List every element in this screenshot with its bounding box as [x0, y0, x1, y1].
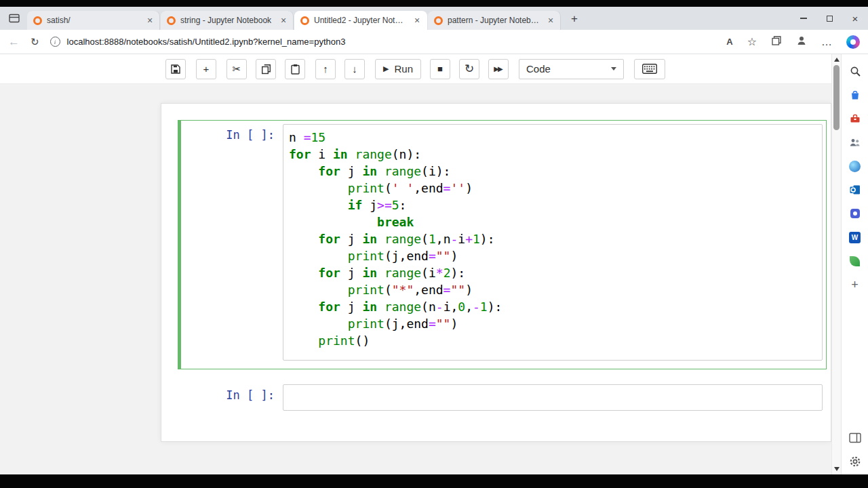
move-cell-up-button[interactable]: ↑: [315, 59, 336, 79]
cell-type-select[interactable]: Code: [519, 59, 624, 79]
sidebar-settings-button[interactable]: [847, 454, 863, 469]
input-prompt: In [ ]:: [181, 124, 283, 361]
tab-close-icon[interactable]: ×: [144, 15, 155, 26]
browser-tab-satish[interactable]: satish/ ×: [27, 11, 160, 30]
leaf-icon: [850, 256, 860, 266]
code-line: print("*",end=""): [289, 281, 816, 298]
code-line: print(' ',end=''): [289, 180, 816, 197]
paste-icon: [290, 64, 300, 75]
move-cell-down-button[interactable]: ↓: [344, 59, 365, 79]
scroll-down-arrow[interactable]: [834, 467, 840, 471]
code-line: if j>=5:: [289, 197, 816, 214]
sidebar-plant-button[interactable]: [847, 253, 863, 268]
url-text[interactable]: localhost:8888/notebooks/satish/Untitled…: [67, 37, 346, 47]
tab-title: pattern - Jupyter Notebook: [448, 16, 540, 25]
people-icon: [849, 136, 861, 148]
tab-close-icon[interactable]: ×: [278, 15, 289, 26]
code-line: print(j,end=""): [289, 315, 816, 332]
tab-list-icon: [9, 13, 20, 24]
restart-kernel-button[interactable]: ↻: [459, 59, 479, 79]
sidebar-add-button[interactable]: +: [847, 277, 863, 292]
screen: satish/ × string - Jupyter Notebook × Un…: [0, 0, 868, 488]
app-row: + ✂: [0, 54, 868, 474]
back-icon[interactable]: ←: [8, 35, 20, 49]
sidebar-m365-button[interactable]: [847, 159, 863, 174]
code-line: for j in range(1,n-i+1):: [289, 230, 816, 247]
jupyter-favicon: [300, 16, 309, 25]
sidebar-app-button-1[interactable]: [847, 206, 863, 221]
window-close-button[interactable]: ×: [842, 7, 868, 30]
command-palette-button[interactable]: [634, 59, 665, 79]
restart-run-all-button[interactable]: ▶▶: [488, 59, 509, 79]
m365-icon: [849, 161, 861, 172]
paste-cell-button[interactable]: [285, 59, 305, 79]
run-label: Run: [394, 63, 413, 75]
browser-tab-untitled2-active[interactable]: Untitled2 - Jupyter Notebook ×: [294, 11, 427, 30]
code-editor-empty[interactable]: [283, 384, 823, 411]
vertical-scrollbar[interactable]: [831, 54, 841, 474]
run-button[interactable]: ▶ Run: [375, 59, 421, 79]
sidebar-tools-button[interactable]: [847, 111, 863, 126]
app-icon: [849, 207, 861, 220]
minimize-icon: [800, 18, 807, 19]
scroll-up-arrow[interactable]: [834, 58, 840, 62]
window-controls: ×: [791, 7, 868, 30]
toolbox-icon: [849, 113, 861, 125]
favorites-star-icon[interactable]: ☆: [747, 35, 757, 48]
person-icon: [796, 35, 807, 46]
cell-type-value: Code: [526, 63, 551, 75]
tab-close-icon[interactable]: ×: [545, 15, 556, 26]
site-info-icon[interactable]: i: [50, 37, 60, 47]
play-icon: ▶: [383, 64, 389, 73]
keyboard-icon: [642, 64, 657, 74]
maximize-icon: [827, 16, 833, 22]
code-line: for j in range(i):: [289, 163, 816, 180]
fast-forward-icon: ▶▶: [494, 65, 502, 73]
sidebar-panel-toggle-button[interactable]: [847, 430, 863, 445]
search-icon: [849, 65, 861, 77]
jupyter-favicon: [167, 16, 176, 25]
maximize-button[interactable]: [816, 7, 842, 30]
browser-viewport: + ✂: [0, 54, 831, 474]
sidebar-word-button[interactable]: W: [847, 230, 863, 245]
settings-ellipsis-icon[interactable]: …: [821, 40, 832, 44]
read-aloud-icon[interactable]: A: [726, 37, 732, 47]
new-tab-button[interactable]: +: [566, 10, 583, 28]
scrollbar-thumb[interactable]: [833, 65, 840, 130]
sidebar-outlook-button[interactable]: [847, 182, 863, 197]
browser-tab-bar: satish/ × string - Jupyter Notebook × Un…: [0, 7, 868, 30]
copilot-icon[interactable]: [846, 35, 860, 49]
code-editor[interactable]: n =15for i in range(n): for j in range(i…: [283, 124, 823, 361]
insert-cell-below-button[interactable]: +: [196, 59, 216, 79]
code-line: n =15: [289, 129, 816, 146]
profile-avatar[interactable]: [796, 35, 807, 49]
tab-actions-button[interactable]: [5, 9, 23, 27]
code-line: for j in range(i*2):: [289, 264, 816, 281]
code-line: for i in range(n):: [289, 146, 816, 163]
collections-glyph: [771, 35, 782, 46]
restart-icon: ↻: [465, 62, 474, 76]
edge-sidebar: W +: [841, 54, 868, 474]
browser-tab-string[interactable]: string - Jupyter Notebook ×: [161, 11, 294, 30]
plus-icon: +: [203, 63, 210, 75]
word-icon: W: [849, 232, 861, 243]
minimize-button[interactable]: [791, 7, 816, 30]
code-lines: n =15for i in range(n): for j in range(i…: [289, 129, 816, 349]
sidebar-people-button[interactable]: [847, 135, 863, 150]
jupyter-toolbar: + ✂: [0, 54, 831, 84]
copy-cell-button[interactable]: [256, 59, 276, 79]
refresh-icon[interactable]: ↻: [31, 36, 39, 48]
cut-cell-button[interactable]: ✂: [226, 59, 247, 79]
sidebar-search-button[interactable]: [847, 64, 863, 79]
code-cell-empty[interactable]: In [ ]:: [178, 380, 827, 420]
save-button[interactable]: [165, 59, 186, 79]
panel-icon: [849, 432, 861, 443]
save-icon: [170, 64, 181, 75]
interrupt-kernel-button[interactable]: ■: [430, 59, 450, 79]
sidebar-shopping-button[interactable]: [847, 87, 863, 102]
collections-icon[interactable]: [771, 35, 782, 49]
jupyter-favicon: [33, 16, 42, 25]
tab-close-icon[interactable]: ×: [412, 15, 422, 26]
code-cell-selected[interactable]: In [ ]: n =15for i in range(n): for j in…: [178, 120, 827, 369]
browser-tab-pattern[interactable]: pattern - Jupyter Notebook ×: [428, 11, 561, 30]
